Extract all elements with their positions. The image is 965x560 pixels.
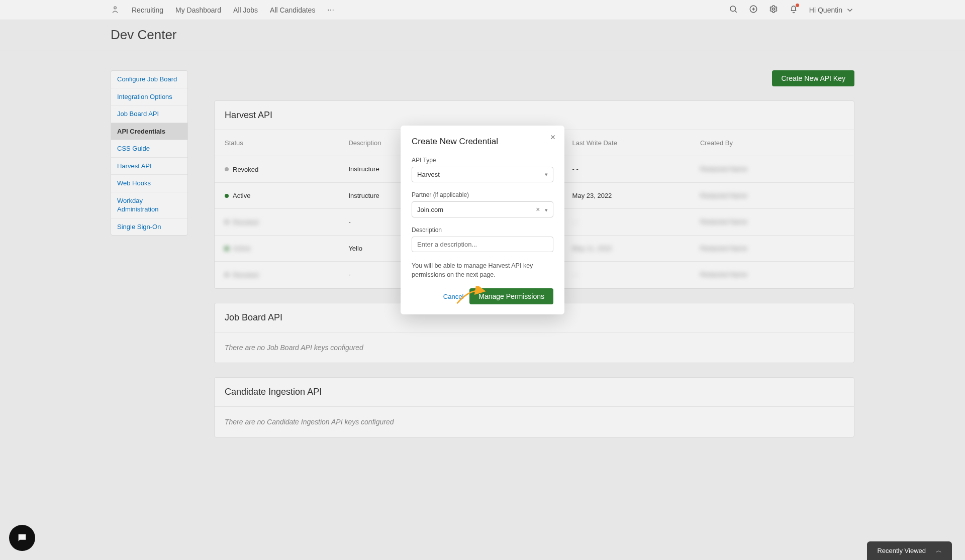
modal-hint: You will be able to manage Harvest API k…	[412, 261, 553, 279]
api-type-value: Harvest	[417, 171, 440, 178]
modal-title: Create New Credential	[412, 137, 553, 147]
modal-backdrop: Create New Credential API Type Harvest ▾…	[0, 0, 965, 468]
field-api-type: API Type Harvest ▾	[412, 157, 553, 182]
modal-actions: Cancel Manage Permissions	[412, 288, 553, 304]
field-partner: Partner (if applicable) Join.com × ▾	[412, 191, 553, 217]
clear-icon[interactable]: ×	[536, 205, 540, 213]
modal-close-button[interactable]	[549, 134, 556, 142]
api-type-select[interactable]: Harvest ▾	[412, 167, 553, 182]
close-icon	[549, 134, 556, 141]
description-input[interactable]	[417, 241, 548, 248]
description-input-wrapper	[412, 237, 553, 252]
partner-value: Join.com	[417, 206, 443, 213]
chevron-down-icon: ▾	[545, 207, 548, 213]
manage-permissions-button[interactable]: Manage Permissions	[469, 288, 553, 304]
field-description: Description	[412, 227, 553, 252]
api-type-label: API Type	[412, 157, 553, 164]
partner-label: Partner (if applicable)	[412, 191, 553, 198]
cancel-button[interactable]: Cancel	[443, 293, 463, 300]
partner-select[interactable]: Join.com × ▾	[412, 201, 553, 217]
chevron-down-icon: ▾	[545, 171, 548, 178]
create-credential-modal: Create New Credential API Type Harvest ▾…	[401, 126, 564, 314]
description-label: Description	[412, 227, 553, 234]
